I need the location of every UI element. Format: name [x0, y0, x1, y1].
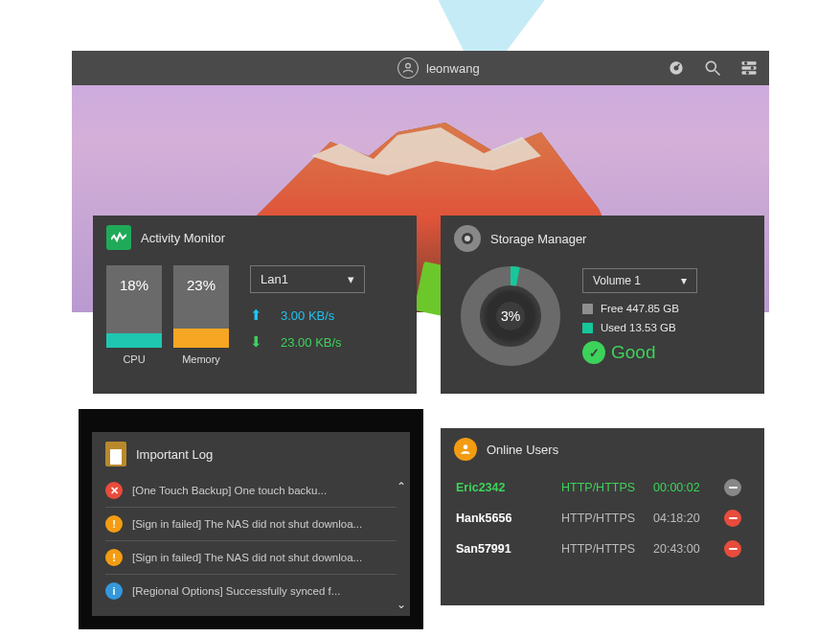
- volume-selected: Volume 1: [593, 274, 641, 287]
- user-avatar-icon: [397, 57, 419, 79]
- swatch-free: [582, 304, 593, 314]
- svg-rect-4: [742, 61, 757, 64]
- storage-icon: [454, 225, 481, 252]
- log-widget-frame: Important Log ⌃ ⌄ ✕[One Touch Backup] On…: [79, 409, 423, 629]
- log-row[interactable]: ✕[One Touch Backup] One touch backu...: [105, 474, 397, 508]
- log-info-icon: i: [105, 582, 123, 600]
- svg-rect-5: [742, 66, 757, 69]
- storage-donut: 3%: [458, 263, 563, 369]
- svg-point-8: [751, 66, 754, 69]
- download-row: ⬇ 23.00 KB/s: [250, 333, 403, 351]
- svg-point-7: [744, 61, 747, 64]
- storage-title: Storage Manager: [490, 232, 586, 246]
- activity-title: Activity Monitor: [141, 231, 225, 245]
- legend-used: Used 13.53 GB: [582, 322, 747, 333]
- current-user[interactable]: leonwang: [397, 57, 480, 79]
- log-row[interactable]: ![Sign in failed] The NAS did not shut d…: [105, 541, 397, 575]
- log-text: [One Touch Backup] One touch backu...: [132, 485, 397, 496]
- log-error-icon: ✕: [105, 482, 123, 499]
- chevron-up-icon[interactable]: ⌃: [397, 480, 406, 493]
- storage-used-percent: 3%: [487, 292, 534, 340]
- upload-row: ⬆ 3.00 KB/s: [250, 307, 403, 324]
- search-icon[interactable]: [702, 57, 723, 79]
- chevron-down-icon[interactable]: ⌄: [397, 598, 406, 611]
- volume-select[interactable]: Volume 1 ▾: [582, 268, 697, 293]
- check-icon: ✓: [582, 341, 605, 364]
- lan-selected: Lan1: [261, 272, 288, 286]
- log-text: [Sign in failed] The NAS did not shut do…: [132, 552, 397, 563]
- user-name: Eric2342: [456, 481, 556, 494]
- cpu-percent: 18%: [120, 277, 148, 293]
- log-text: [Sign in failed] The NAS did not shut do…: [132, 518, 397, 530]
- users-icon: [454, 438, 477, 461]
- cpu-gauge: 18% CPU: [106, 265, 162, 365]
- important-log-widget: Important Log ⌃ ⌄ ✕[One Touch Backup] On…: [92, 432, 410, 616]
- user-time: 20:43:00: [653, 542, 718, 556]
- user-row: San57991HTTP/HTTPS20:43:00: [456, 534, 749, 564]
- user-time: 04:18:20: [653, 512, 718, 525]
- user-row: Hank5656HTTP/HTTPS04:18:20: [456, 503, 749, 534]
- memory-gauge: 23% Memory: [173, 265, 229, 365]
- username-label: leonwang: [426, 61, 480, 76]
- user-name: San57991: [456, 542, 556, 556]
- log-warn-icon: !: [105, 515, 123, 533]
- cpu-label: CPU: [123, 353, 145, 365]
- legend-free: Free 447.85 GB: [582, 303, 747, 314]
- user-table: Eric2342HTTP/HTTPS00:00:02Hank5656HTTP/H…: [441, 468, 764, 574]
- arrow-up-icon: ⬆: [250, 307, 265, 324]
- log-icon: [105, 442, 126, 466]
- top-bar: leonwang: [72, 51, 769, 85]
- used-label: Used 13.53 GB: [601, 322, 676, 333]
- log-warn-icon: !: [105, 549, 123, 566]
- svg-point-0: [406, 63, 411, 68]
- swatch-used: [582, 323, 593, 333]
- upload-speed: 3.00 KB/s: [281, 308, 334, 323]
- settings-icon[interactable]: [738, 57, 760, 79]
- user-name: Hank5656: [456, 512, 556, 525]
- activity-monitor-widget: Activity Monitor 18% CPU 23% Memory Lan1…: [93, 216, 417, 394]
- user-protocol: HTTP/HTTPS: [561, 512, 647, 525]
- lan-select[interactable]: Lan1 ▾: [250, 265, 365, 293]
- log-row[interactable]: ![Sign in failed] The NAS did not shut d…: [105, 508, 397, 541]
- storage-manager-widget: Storage Manager 3% Volume 1 ▾ Free 447.8…: [441, 216, 764, 394]
- user-row: Eric2342HTTP/HTTPS00:00:02: [456, 472, 749, 503]
- log-title: Important Log: [136, 447, 213, 462]
- online-users-widget: Online Users Eric2342HTTP/HTTPS00:00:02H…: [441, 428, 764, 605]
- chevron-down-icon: ▾: [348, 272, 354, 286]
- chevron-down-icon: ▾: [681, 274, 687, 287]
- arrow-down-icon: ⬇: [250, 333, 265, 351]
- user-protocol: HTTP/HTTPS: [561, 542, 647, 556]
- disconnect-button[interactable]: [724, 540, 741, 557]
- memory-label: Memory: [182, 353, 220, 365]
- user-protocol: HTTP/HTTPS: [561, 481, 647, 494]
- activity-icon: [106, 225, 131, 250]
- status-row: ✓ Good: [582, 341, 747, 364]
- dashboard-icon[interactable]: [666, 57, 687, 79]
- user-time: 00:00:02: [653, 481, 718, 494]
- svg-point-2: [674, 66, 677, 69]
- free-label: Free 447.85 GB: [601, 303, 679, 314]
- log-row[interactable]: i[Regional Options] Successfully synced …: [105, 575, 397, 607]
- log-list: ⌃ ⌄ ✕[One Touch Backup] One touch backu.…: [92, 474, 410, 617]
- disconnect-button[interactable]: [724, 510, 741, 527]
- svg-point-9: [746, 71, 749, 74]
- memory-percent: 23%: [187, 277, 216, 293]
- log-text: [Regional Options] Successfully synced f…: [132, 585, 397, 597]
- svg-point-3: [706, 61, 715, 71]
- status-text: Good: [611, 342, 655, 363]
- users-title: Online Users: [487, 443, 558, 457]
- download-speed: 23.00 KB/s: [281, 335, 342, 350]
- disconnect-button[interactable]: [724, 479, 741, 496]
- svg-point-12: [464, 444, 468, 449]
